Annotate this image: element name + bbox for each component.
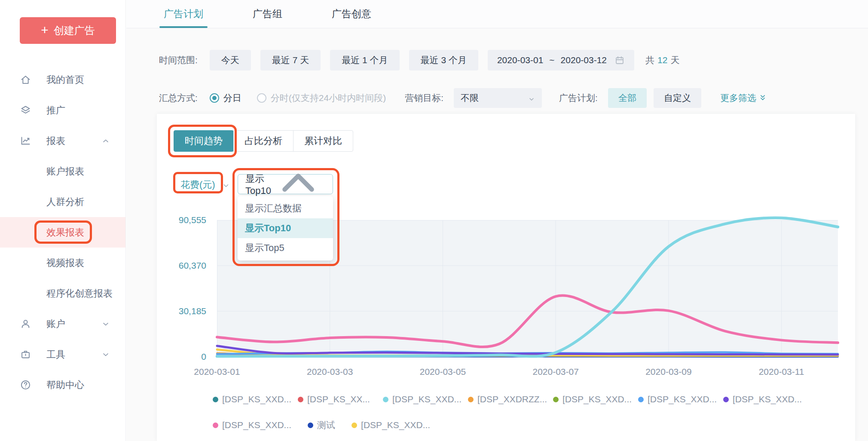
legend-dot	[383, 397, 388, 402]
legend-label: [DSP_KS_XXD...	[648, 394, 717, 404]
summary-row: 汇总方式: 分日分时(仅支持24小时内时间段) 营销目标: 不限 广告计划: 全…	[159, 88, 767, 108]
sidebar-item-label: 视频报表	[46, 257, 84, 270]
y-tick-label: 0	[165, 352, 206, 362]
sidebar-item-label: 程序化创意报表	[46, 287, 113, 300]
quick-range-chip-3[interactable]: 最近 3 个月	[409, 50, 478, 70]
summary-radio-0[interactable]: 分日	[210, 92, 241, 104]
chevron-down-icon	[528, 95, 535, 101]
quick-range-chip-2[interactable]: 最近 1 个月	[330, 50, 399, 70]
sidebar-item-label: 我的首页	[46, 74, 84, 86]
legend-dot	[723, 397, 729, 402]
top-n-menu: 显示汇总数据显示Top10显示Top5	[238, 196, 333, 260]
more-filters-link[interactable]: 更多筛选	[720, 92, 767, 104]
legend-label: [DSP_KS_XXD...	[361, 420, 430, 430]
chart-view-tab-0[interactable]: 时间趋势	[174, 130, 234, 152]
create-ad-button[interactable]: + 创建广告	[20, 17, 116, 44]
top-n-select-value: 显示Top10	[245, 172, 271, 196]
ad-plan-label: 广告计划:	[559, 92, 598, 104]
quick-range-chip-1[interactable]: 最近 7 天	[260, 50, 321, 70]
legend-item-1[interactable]: [DSP_KS_XX...	[298, 394, 383, 404]
sidebar-item-10[interactable]: 帮助中心	[0, 370, 125, 400]
ad-plan-chips: 全部自定义	[608, 88, 701, 108]
sidebar-item-5[interactable]: 效果报表	[0, 217, 125, 248]
tab-1[interactable]: 广告组	[248, 0, 287, 28]
legend-item-8[interactable]: 测试	[308, 419, 335, 431]
sidebar-item-9[interactable]: 工具	[0, 339, 125, 370]
sidebar-item-4[interactable]: 人群分析	[0, 187, 125, 217]
legend-label: [DSP_KS_XXD...	[733, 394, 802, 404]
sidebar-item-label: 报表	[46, 135, 65, 147]
sidebar-item-label: 人群分析	[46, 196, 84, 208]
metric-selector[interactable]: 花费(元)	[180, 178, 230, 191]
total-days-prefix: 共	[645, 55, 654, 65]
x-tick-label: 2020-03-01	[178, 367, 256, 377]
top-n-option-1[interactable]: 显示Top10	[238, 218, 333, 238]
legend-item-6[interactable]: [DSP_KS_XXD...	[723, 394, 808, 404]
x-tick-label: 2020-03-09	[630, 367, 707, 377]
top-n-option-2[interactable]: 显示Top5	[238, 238, 333, 258]
legend-label: [DSP_XXDRZZ...	[477, 394, 547, 404]
chevron-down-icon	[222, 181, 230, 189]
chart-view-tab-1[interactable]: 占比分析	[233, 130, 293, 152]
legend-item-2[interactable]: [DSP_KS_XXD...	[383, 394, 468, 404]
legend-dot	[351, 423, 357, 428]
marketing-goal-select[interactable]: 不限	[454, 88, 542, 108]
chart-view-tab-2[interactable]: 累计对比	[293, 130, 353, 152]
legend-label: [DSP_KS_XX...	[307, 394, 370, 404]
legend-dot	[213, 397, 218, 402]
more-filters-label: 更多筛选	[720, 92, 756, 104]
chevron-down-icon	[101, 320, 110, 328]
ad-plan-chip-0[interactable]: 全部	[608, 88, 647, 108]
entity-tabbar: 广告计划广告组广告创意	[126, 0, 868, 28]
quick-range-chip-0[interactable]: 今天	[210, 50, 251, 70]
toolbox-icon	[20, 349, 31, 360]
double-chevron-down-icon	[758, 94, 767, 102]
legend-dot	[213, 423, 218, 428]
sidebar-item-label: 帮助中心	[46, 379, 84, 392]
x-tick-label: 2020-03-03	[291, 367, 369, 377]
date-tilde: ~	[549, 55, 554, 65]
time-range-row: 时间范围: 今天最近 7 天最近 1 个月最近 3 个月 2020-03-01 …	[159, 50, 679, 70]
x-tick-label: 2020-03-05	[404, 367, 481, 377]
y-tick-label: 60,370	[165, 260, 206, 271]
marketing-goal-label: 营销目标:	[405, 92, 443, 104]
main-content: 广告计划广告组广告创意 时间范围: 今天最近 7 天最近 1 个月最近 3 个月…	[126, 0, 868, 441]
summary-radio-group: 分日分时(仅支持24小时内时间段)	[210, 92, 386, 104]
legend-item-0[interactable]: [DSP_KS_XXD...	[213, 394, 298, 404]
chart-view-tabs: 时间趋势占比分析累计对比	[174, 130, 353, 152]
ad-plan-chip-1[interactable]: 自定义	[654, 88, 701, 108]
sidebar-item-label: 工具	[46, 348, 65, 361]
tab-0[interactable]: 广告计划	[159, 0, 208, 28]
calendar-icon	[614, 55, 625, 65]
legend-item-3[interactable]: [DSP_XXDRZZ...	[468, 394, 553, 404]
sidebar-nav: 我的首页推广报表账户报表人群分析效果报表视频报表程序化创意报表账户工具帮助中心	[0, 64, 125, 400]
date-end: 2020-03-12	[561, 55, 607, 65]
sidebar-item-2[interactable]: 报表	[0, 126, 125, 156]
top-n-option-0[interactable]: 显示汇总数据	[238, 199, 333, 218]
legend-item-9[interactable]: [DSP_KS_XXD...	[351, 420, 430, 430]
chevron-down-icon	[101, 350, 110, 359]
sidebar-item-3[interactable]: 账户报表	[0, 156, 125, 187]
marketing-goal-value: 不限	[461, 92, 479, 104]
date-range-picker[interactable]: 2020-03-01 ~ 2020-03-12	[488, 50, 634, 70]
user-icon	[20, 318, 31, 330]
x-tick-label: 2020-03-07	[517, 367, 594, 377]
sidebar-item-8[interactable]: 账户	[0, 309, 125, 339]
sidebar-item-6[interactable]: 视频报表	[0, 248, 125, 278]
summary-label: 汇总方式:	[159, 92, 198, 104]
summary-radio-label: 分时(仅支持24小时内时间段)	[271, 92, 386, 104]
sidebar-item-label: 效果报表	[46, 226, 84, 239]
sidebar-item-0[interactable]: 我的首页	[0, 64, 125, 95]
legend-item-5[interactable]: [DSP_KS_XXD...	[638, 394, 723, 404]
page: + 创建广告 我的首页推广报表账户报表人群分析效果报表视频报表程序化创意报表账户…	[0, 0, 868, 441]
sidebar-item-1[interactable]: 推广	[0, 95, 125, 126]
plus-icon: +	[41, 24, 49, 37]
legend-dot	[638, 397, 644, 402]
create-ad-button-label: 创建广告	[54, 24, 95, 37]
tab-2[interactable]: 广告创意	[327, 0, 376, 28]
legend-item-7[interactable]: [DSP_KS_XXD...	[213, 420, 291, 430]
top-n-select[interactable]: 显示Top10	[238, 174, 333, 194]
legend-item-4[interactable]: [DSP_KS_XXD...	[553, 394, 638, 404]
sidebar-item-7[interactable]: 程序化创意报表	[0, 278, 125, 309]
summary-radio-1[interactable]: 分时(仅支持24小时内时间段)	[257, 92, 386, 104]
